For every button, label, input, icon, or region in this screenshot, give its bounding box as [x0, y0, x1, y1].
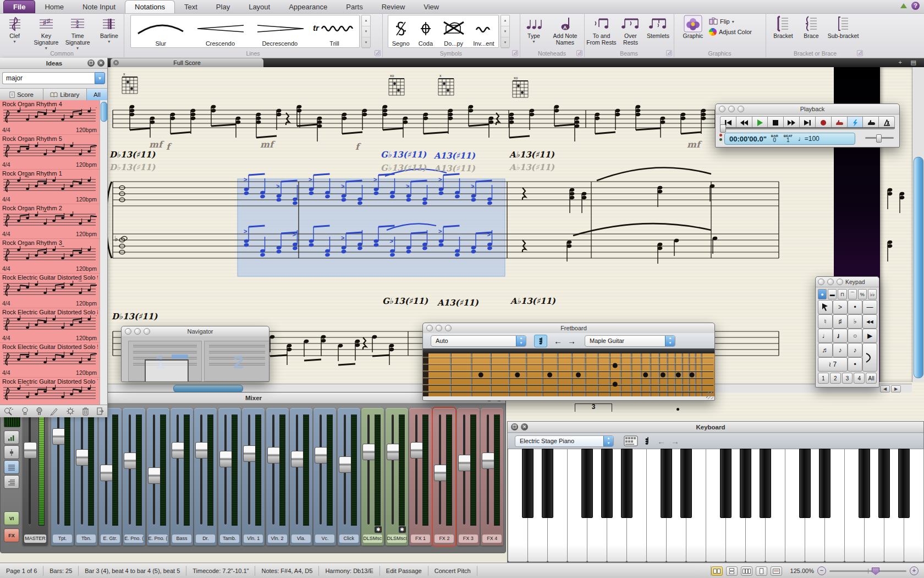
view-spreads-horizontal-icon[interactable] [741, 566, 752, 576]
chord-symbol[interactable]: A13(♯11) [437, 298, 479, 308]
close-icon[interactable] [719, 106, 725, 112]
tempo-slider[interactable] [865, 137, 894, 139]
ribbon-tab-home[interactable]: Home [35, 1, 73, 13]
dynamic-mark[interactable]: mf [687, 139, 700, 150]
dynamic-mark[interactable]: mf [149, 139, 162, 150]
delete-idea-icon[interactable] [82, 407, 89, 416]
navigator-page-2[interactable]: 2 [204, 341, 269, 381]
mixer-strip-e-pno-b-[interactable]: E. Pno. (b) [147, 408, 169, 546]
ideas-scrollbar[interactable] [100, 100, 107, 405]
chord-symbol[interactable]: D♭13(♯11) [109, 150, 155, 160]
beams-dialog-launcher-icon[interactable]: ◿ [666, 50, 672, 56]
lines-dialog-launcher-icon[interactable]: ◿ [375, 50, 381, 56]
close-icon[interactable] [818, 279, 824, 285]
ribbon-tab-file[interactable]: File [3, 0, 35, 13]
ribbon-tab-note-input[interactable]: Note Input [73, 1, 125, 13]
mixer-strip-e-gtr-[interactable]: E. Gtr. [99, 408, 122, 546]
ribbon-tab-play[interactable]: Play [207, 1, 239, 13]
keypad-key-natural[interactable]: ♮ [818, 314, 833, 329]
notehead-type-button[interactable]: Type▾ [522, 14, 546, 48]
piano-black-key[interactable] [819, 449, 831, 518]
ideas-tab-library[interactable]: Library [43, 89, 87, 101]
channel-label[interactable]: E. Gtr. [101, 535, 120, 543]
keypad-key-flat[interactable]: ♭ [848, 314, 862, 329]
fretboard-display[interactable] [423, 353, 714, 396]
chord-symbol[interactable]: D♭13(♯11) [112, 312, 157, 321]
mixer-view-strips-button[interactable] [4, 460, 19, 474]
keypad-key-3[interactable]: 3 [842, 373, 853, 384]
graphic-button[interactable]: Graphic [679, 14, 707, 48]
symbol-coda[interactable]: Coda [413, 15, 438, 47]
channel-label[interactable]: Tamb. [220, 535, 239, 543]
minimize-icon[interactable] [436, 325, 442, 331]
mixer-strip-tamb-[interactable]: Tamb. [218, 408, 241, 546]
zoom-icon[interactable] [837, 279, 843, 285]
navigator-title-bar[interactable]: Navigator [122, 326, 269, 337]
channel-label[interactable]: FX 2 [435, 535, 454, 543]
idea-item[interactable]: Rock Organ Rhythm 34/4120bpm [0, 239, 100, 274]
chord-symbol[interactable]: G♭13(♯11) [381, 163, 426, 173]
close-tab-icon[interactable]: ✕ [113, 60, 119, 66]
mixer-strip-tpt-[interactable]: Tpt. [51, 408, 74, 546]
line-slur[interactable]: Slur [131, 15, 190, 47]
piano-black-key[interactable] [799, 449, 811, 518]
keypad-key-eighth-note-2[interactable]: ♪ [848, 343, 862, 357]
idea-item[interactable]: Rock Electric Guitar Distorted Solo 74/4… [0, 378, 100, 405]
zoom-in-icon[interactable]: + [910, 566, 919, 575]
fader-knob[interactable] [148, 467, 161, 484]
zoom-slider[interactable] [829, 570, 906, 572]
fader-knob[interactable] [243, 445, 256, 462]
mixer-strip-fx-3[interactable]: FX 3 [457, 408, 480, 546]
fader-knob[interactable] [387, 444, 400, 460]
ideas-tab-score[interactable]: Score [0, 89, 43, 101]
zoom-slider-thumb[interactable] [872, 568, 879, 575]
keypad-key-1[interactable]: 1 [818, 373, 829, 384]
keypad-tab-more-notes[interactable]: ▬ [828, 289, 837, 299]
channel-label[interactable]: FX 3 [459, 535, 478, 543]
channel-label[interactable]: DLSMscD [363, 535, 382, 543]
help-icon[interactable]: ? [911, 2, 920, 10]
idea-item[interactable]: Rock Electric Guitar Distorted Solo 94/4… [0, 274, 100, 308]
previous-arrow-icon[interactable]: ← [554, 336, 562, 346]
qwerty-input-icon[interactable] [624, 435, 638, 446]
keyboard-close-icon[interactable]: ✕ [521, 423, 528, 430]
scroll-left-icon[interactable]: ◀ [880, 385, 890, 392]
fader-knob[interactable] [124, 452, 137, 469]
piano-black-key[interactable] [601, 449, 613, 518]
ribbon-tab-appearance[interactable]: Appearance [279, 1, 337, 13]
idea-item[interactable]: Rock Organ Rhythm 24/4120bpm [0, 204, 100, 239]
keypad-key-play[interactable]: ▶ [862, 329, 877, 343]
symbol-inverted-mordent[interactable]: Inv...ent [469, 15, 498, 47]
tab-full-score[interactable]: ✕ Full Score [111, 58, 263, 67]
chord-symbol[interactable]: A♭13(♯11) [509, 162, 554, 172]
ribbon-tab-text[interactable]: Text [175, 1, 207, 13]
bracket-button[interactable]: Bracket [769, 14, 798, 48]
chord-symbol[interactable]: A13(♯11) [434, 151, 475, 161]
barline-button[interactable]: Barline▾ [95, 14, 124, 48]
channel-label[interactable]: FX 1 [411, 535, 430, 543]
mixer-strip-vla-[interactable]: Vla. [290, 408, 312, 546]
mixer-strip-vln-1[interactable]: Vln. 1 [242, 408, 265, 546]
tab-list-icon[interactable]: ▤ [911, 59, 916, 66]
channel-settings-icon[interactable]: ✱ [399, 526, 406, 533]
keypad-key-aug-dot[interactable]: • [848, 357, 862, 372]
fader-knob[interactable] [291, 451, 304, 467]
keypad-key-tie[interactable] [862, 343, 877, 372]
symbol-segno[interactable]: Segno [388, 15, 413, 47]
fader-knob[interactable] [219, 451, 233, 467]
fader-knob[interactable] [434, 465, 447, 481]
zoom-out-icon[interactable]: − [817, 566, 826, 575]
keypad-key-pointer[interactable] [818, 300, 833, 314]
fader-knob[interactable] [410, 442, 424, 459]
chord-mode-icon[interactable] [645, 437, 650, 445]
idea-info-icon[interactable] [66, 407, 75, 416]
symbol-do-not-photocopy[interactable]: Do...py [438, 15, 469, 47]
idea-item[interactable]: Rock Electric Guitar Distorted Solo 84/4… [0, 308, 100, 343]
ribbon-tab-notations[interactable]: Notations [125, 0, 175, 13]
sub-bracket-button[interactable]: Sub-bracket [825, 14, 861, 48]
channel-label[interactable]: Vla. [292, 535, 311, 543]
keypad-tab-common-notes[interactable]: ● [818, 289, 827, 299]
bulb-outline-icon[interactable] [21, 407, 29, 416]
zoom-icon[interactable] [144, 328, 150, 335]
chord-symbol[interactable]: D♭13(♯11) [109, 162, 155, 172]
